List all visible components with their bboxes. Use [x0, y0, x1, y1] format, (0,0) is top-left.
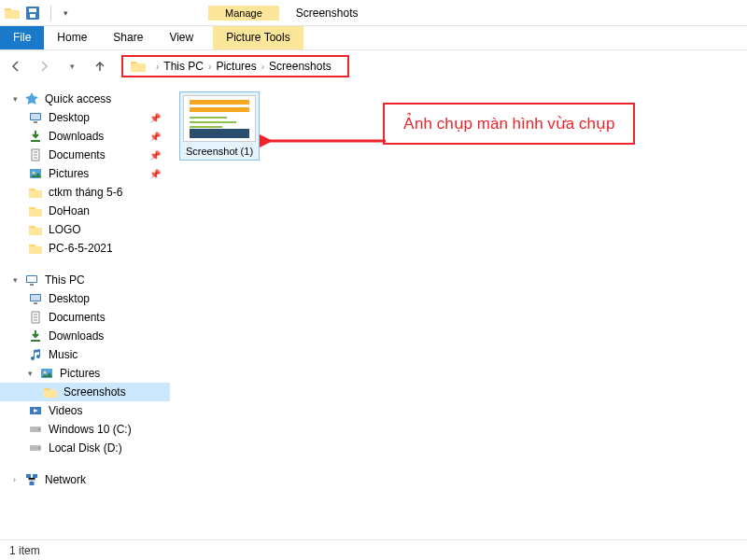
file-name: Screenshot (1) — [183, 146, 256, 157]
folder-icon — [28, 222, 43, 237]
svg-point-22 — [38, 428, 40, 430]
sidebar-item-documents[interactable]: Documents — [0, 308, 170, 327]
sidebar-item-screenshots[interactable]: Screenshots — [0, 383, 170, 401]
downloads-icon — [28, 329, 43, 343]
chevron-right-icon[interactable]: › — [208, 62, 211, 72]
file-item[interactable]: Screenshot (1) — [179, 91, 260, 161]
sidebar-item-desktop[interactable]: Desktop — [0, 289, 170, 308]
svg-rect-11 — [27, 276, 36, 282]
item-count: 1 item — [9, 544, 40, 557]
title-bar: ▾ Manage Screenshots — [0, 0, 747, 26]
sidebar-item-label: Pictures — [60, 367, 100, 380]
sidebar-item-label: ctkm tháng 5-6 — [49, 186, 122, 199]
svg-rect-6 — [31, 140, 40, 142]
sidebar-item-label: Documents — [49, 311, 106, 324]
breadcrumb-bar[interactable]: › This PC › Pictures › Screenshots — [121, 55, 349, 77]
sidebar-item-label: Desktop — [49, 292, 90, 305]
back-button[interactable] — [6, 56, 26, 77]
documents-icon — [28, 147, 43, 162]
chevron-down-icon[interactable]: ▾ — [13, 275, 22, 285]
chevron-right-icon[interactable]: › — [13, 475, 22, 484]
svg-point-19 — [44, 371, 47, 374]
pin-icon: 📌 — [149, 150, 161, 161]
arrow-icon — [260, 127, 390, 155]
sidebar-item-dohoan[interactable]: DoHoan — [0, 202, 170, 220]
tab-share[interactable]: Share — [100, 26, 156, 49]
chevron-right-icon[interactable]: › — [261, 62, 264, 72]
sidebar-item-label: LOGO — [49, 223, 81, 236]
sidebar-item-label: Screenshots — [63, 385, 126, 399]
sidebar-item-label: Videos — [49, 404, 82, 417]
dropdown-icon[interactable]: ▾ — [57, 5, 74, 21]
sidebar-item-logo[interactable]: LOGO — [0, 220, 170, 239]
chevron-down-icon[interactable]: ▾ — [28, 369, 37, 378]
sidebar-item-label: PC-6-5-2021 — [49, 242, 113, 255]
sidebar: ▾ Quick access Desktop📌Downloads📌Documen… — [0, 82, 170, 539]
breadcrumb-item[interactable]: Pictures — [216, 60, 256, 73]
svg-rect-25 — [26, 474, 31, 478]
nav-row: ▾ › This PC › Pictures › Screenshots — [0, 50, 747, 82]
up-button[interactable] — [90, 56, 110, 77]
tab-home[interactable]: Home — [44, 26, 100, 49]
svg-point-24 — [38, 447, 40, 449]
breadcrumb-item[interactable]: Screenshots — [269, 60, 331, 73]
sidebar-item-windows-10-c-[interactable]: Windows 10 (C:) — [0, 420, 170, 439]
tab-view[interactable]: View — [156, 26, 206, 49]
sidebar-item-pictures[interactable]: ▾Pictures — [0, 364, 170, 383]
videos-icon — [28, 403, 43, 418]
breadcrumb-item[interactable]: This PC — [163, 60, 204, 73]
tab-picture-tools[interactable]: Picture Tools — [213, 26, 303, 49]
thumbnail — [183, 95, 256, 142]
sidebar-item-label: Pictures — [49, 167, 89, 180]
sidebar-item-label: DoHoan — [49, 204, 90, 217]
sidebar-item-documents[interactable]: Documents📌 — [0, 146, 170, 164]
svg-rect-26 — [33, 474, 37, 478]
sidebar-item-pc-6-5-2021[interactable]: PC-6-5-2021 — [0, 239, 170, 258]
pin-icon: 📌 — [149, 169, 161, 179]
divider — [50, 6, 51, 21]
sidebar-item-label: Windows 10 (C:) — [49, 423, 132, 436]
chevron-down-icon[interactable]: ▾ — [13, 94, 22, 104]
sidebar-item-downloads[interactable]: Downloads — [0, 327, 170, 345]
sidebar-item-label: Music — [49, 348, 78, 361]
network-icon — [24, 472, 39, 487]
folder-icon — [28, 185, 43, 200]
chevron-right-icon[interactable]: › — [156, 62, 159, 72]
quick-access-label: Quick access — [45, 92, 111, 105]
network-label: Network — [45, 473, 86, 486]
this-pc-label: This PC — [45, 273, 85, 287]
sidebar-item-desktop[interactable]: Desktop📌 — [0, 108, 170, 127]
sidebar-item-local-disk-d-[interactable]: Local Disk (D:) — [0, 439, 170, 457]
sidebar-quick-access[interactable]: ▾ Quick access — [0, 90, 170, 108]
pin-icon: 📌 — [149, 113, 161, 123]
sidebar-item-label: Desktop — [49, 111, 90, 124]
svg-rect-4 — [31, 114, 40, 119]
recent-dropdown[interactable]: ▾ — [62, 56, 82, 77]
sidebar-item-videos[interactable]: Videos — [0, 401, 170, 420]
drive-icon — [28, 422, 43, 437]
forward-button[interactable] — [34, 56, 54, 77]
this-pc-group: ▾ This PC DesktopDocumentsDownloadsMusic… — [0, 271, 170, 457]
sidebar-item-label: Downloads — [49, 329, 104, 343]
tab-file[interactable]: File — [0, 26, 44, 49]
content-area[interactable]: Screenshot (1) — [170, 82, 747, 539]
sidebar-network[interactable]: › Network — [0, 470, 170, 489]
sidebar-this-pc[interactable]: ▾ This PC — [0, 271, 170, 289]
svg-rect-27 — [30, 482, 35, 485]
downloads-icon — [28, 129, 43, 144]
desktop-icon — [28, 110, 43, 125]
svg-rect-12 — [30, 284, 34, 286]
annotation-text: Ảnh chụp màn hình vừa chụp — [403, 115, 614, 133]
save-icon[interactable] — [24, 5, 41, 21]
sidebar-item-music[interactable]: Music — [0, 345, 170, 364]
folder-icon — [28, 203, 43, 218]
sidebar-item-label: Downloads — [49, 130, 104, 143]
sidebar-item-ctkm-th-ng-5-6[interactable]: ctkm tháng 5-6 — [0, 183, 170, 202]
sidebar-item-downloads[interactable]: Downloads📌 — [0, 127, 170, 146]
sidebar-item-pictures[interactable]: Pictures📌 — [0, 164, 170, 183]
folder-icon — [4, 5, 21, 21]
svg-rect-14 — [31, 295, 40, 301]
folder-icon — [43, 385, 58, 399]
desktop-icon — [28, 291, 43, 306]
svg-rect-5 — [34, 121, 37, 123]
